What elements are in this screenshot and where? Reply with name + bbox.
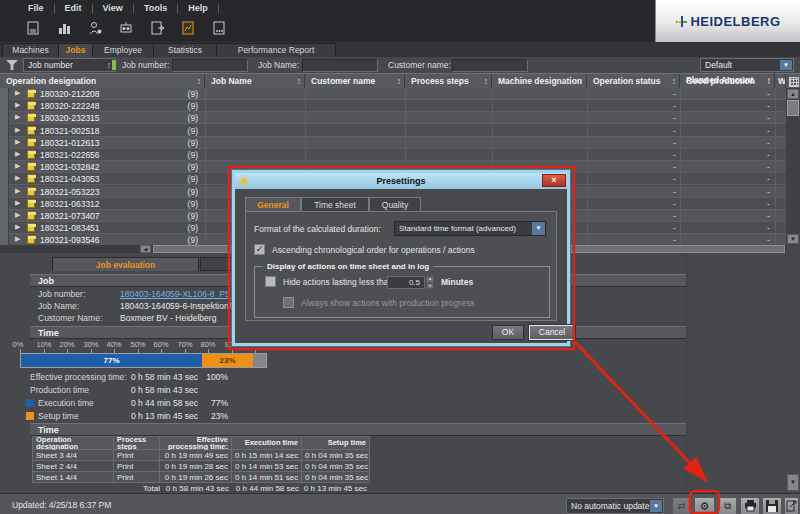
tab-machines[interactable]: Machines (2, 43, 59, 57)
sort-field-select[interactable]: Job number ↕ (23, 58, 115, 72)
menu-edit[interactable]: Edit (55, 3, 92, 13)
minutes-input[interactable]: 0.5 (387, 276, 425, 289)
menu-file[interactable]: File (18, 3, 54, 13)
good-production-value: - (630, 198, 676, 210)
presettings-button[interactable]: ⚙ (694, 497, 715, 514)
column-header-planned-amount[interactable]: W (775, 74, 786, 89)
ruler-label: 60% (153, 340, 168, 349)
col-effective-processing-time[interactable]: Effective processing time: (160, 436, 232, 450)
panel-scroll-down-button[interactable]: ▼ (787, 474, 799, 491)
export-icon (786, 500, 797, 512)
column-header-job-name[interactable]: Job Name (205, 74, 305, 89)
duration-format-select[interactable]: Standard time format (advanced) ▼ (394, 221, 546, 236)
row-expander-icon[interactable]: ▶ (15, 162, 20, 170)
scroll-left-button[interactable]: ◀ (140, 245, 151, 253)
planned-amount-value: - (724, 186, 770, 198)
planned-amount-value: - (724, 100, 770, 112)
customer-name-input[interactable] (452, 59, 528, 72)
column-header-operation-status[interactable]: Operation status (587, 74, 680, 89)
table-row[interactable]: ▶180321-022656(9)-- (0, 149, 786, 161)
job-number-input[interactable] (172, 59, 248, 72)
updated-timestamp: Updated: 4/25/18 6:37 PM (12, 500, 111, 510)
vertical-scrollbar[interactable]: ▲ ▼ (786, 88, 800, 245)
row-expander-icon[interactable]: ▶ (15, 113, 20, 121)
table-row[interactable]: ▶180320-222248(9)-- (0, 100, 786, 112)
row-expander-icon[interactable]: ▶ (15, 126, 20, 134)
column-header-operation-designation[interactable]: Operation designation (0, 74, 205, 89)
row-expander-icon[interactable]: ▶ (15, 89, 20, 97)
table-row[interactable]: ▶180320-212208(9)-- (0, 88, 786, 100)
row-expander-icon[interactable]: ▶ (15, 101, 20, 109)
press-machine-icon[interactable] (117, 20, 134, 37)
table-row[interactable]: ▶180321-012613(9)-- (0, 137, 786, 149)
preset-select[interactable]: Default ▼ (700, 58, 794, 72)
document-list-icon[interactable] (210, 20, 227, 37)
row-expander-icon[interactable]: ▶ (15, 138, 20, 146)
column-chooser-button[interactable] (786, 74, 800, 89)
tab-employee[interactable]: Employee (92, 43, 154, 57)
row-expander-icon[interactable]: ▶ (15, 150, 20, 158)
table-row[interactable]: ▶180321-002518(9)-- (0, 125, 786, 137)
column-header-machine-designation[interactable]: Machine designation (492, 74, 587, 89)
col-setup-time[interactable]: Setup time (302, 436, 370, 450)
preset-dropdown-arrow-icon[interactable]: ▼ (780, 60, 792, 70)
tab-jobs[interactable]: Jobs (58, 43, 93, 57)
save-button[interactable] (762, 497, 782, 514)
planned-amount-value: - (724, 198, 770, 210)
good-production-value: - (630, 112, 676, 124)
col-execution-time[interactable]: Execution time (232, 436, 302, 450)
job-number-link[interactable]: 180403-164059-XL106-8_P5_6 (120, 289, 239, 299)
col-process-steps[interactable]: Process steps (114, 436, 160, 450)
good-production-value: - (630, 149, 676, 161)
auto-update-select[interactable]: No automatic update ▼ (566, 498, 664, 514)
dialog-tab-time-sheet[interactable]: Time sheet (301, 197, 369, 211)
menu-view[interactable]: View (93, 3, 133, 13)
export-button[interactable] (784, 497, 799, 514)
column-header-customer-name[interactable]: Customer name (305, 74, 405, 89)
filter-icon[interactable] (6, 60, 18, 70)
dialog-tab-quality[interactable]: Quality (369, 197, 421, 211)
table-row[interactable]: ▶180320-232315(9)-- (0, 112, 786, 124)
ascending-order-checkbox[interactable]: ✓ (254, 244, 265, 255)
good-production-value: - (630, 100, 676, 112)
scrollbar-thumb[interactable] (787, 100, 799, 116)
dialog-titlebar[interactable]: Presettings (235, 173, 567, 189)
report-document-icon[interactable] (24, 20, 41, 37)
ruler-label: 80% (200, 340, 215, 349)
minutes-stepper[interactable]: ▲▼ (426, 276, 434, 289)
dialog-close-button[interactable]: × (542, 174, 566, 187)
column-header-planned-amount[interactable]: Planned Amount (680, 73, 775, 88)
stepper-down-icon[interactable]: ▼ (426, 283, 434, 290)
job-name-input[interactable] (302, 59, 378, 72)
tab-performance-report[interactable]: Performance Report (216, 43, 336, 57)
duration-dropdown-arrow-icon[interactable]: ▼ (532, 222, 545, 235)
tab-statistics[interactable]: Statistics (153, 43, 217, 57)
row-expander-icon[interactable]: ▶ (15, 211, 20, 219)
refresh-button[interactable]: ⇄ (672, 497, 691, 514)
status-bar: Updated: 4/25/18 6:37 PM No automatic up… (0, 493, 800, 514)
row-expander-icon[interactable]: ▶ (15, 174, 20, 182)
scroll-up-button[interactable]: ▲ (787, 89, 799, 99)
cell-exec: 0 h 14 min 53 sec (232, 461, 302, 472)
hide-actions-checkbox[interactable] (265, 276, 276, 287)
row-expander-icon[interactable]: ▶ (15, 187, 20, 195)
ok-button[interactable]: OK (492, 325, 524, 340)
document-export-icon[interactable] (148, 20, 165, 37)
row-expander-icon[interactable]: ▶ (15, 235, 20, 243)
job-report-active-icon[interactable] (179, 20, 196, 37)
auto-update-dropdown-arrow-icon[interactable]: ▼ (650, 500, 662, 512)
employee-settings-icon[interactable] (86, 20, 103, 37)
column-header-process-steps[interactable]: Process steps (405, 74, 492, 89)
machine-chart-icon[interactable] (55, 20, 72, 37)
scroll-down-button[interactable]: ▼ (787, 234, 799, 244)
row-expander-icon[interactable]: ▶ (15, 223, 20, 231)
row-expander-icon[interactable]: ▶ (15, 199, 20, 207)
print-button[interactable] (740, 497, 760, 514)
copy-button[interactable]: ⧉ (718, 497, 737, 514)
tab-job-evaluation[interactable]: Job evaluation (52, 257, 199, 271)
menu-help[interactable]: Help (178, 3, 218, 13)
job-id: 180321-073407 (40, 210, 100, 222)
cancel-button[interactable]: Cancel (529, 325, 575, 340)
col-operation-designation[interactable]: Operation designation (32, 436, 114, 450)
menu-tools[interactable]: Tools (134, 3, 177, 13)
